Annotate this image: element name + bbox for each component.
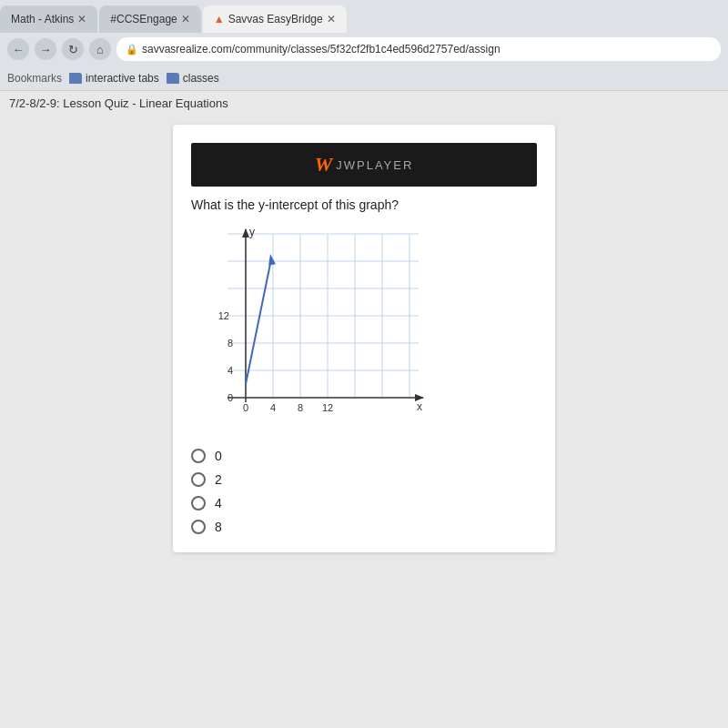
bookmark-classes-label: classes [183, 72, 219, 85]
address-bar-row: ← → ↻ ⌂ 🔒 savvasrealize.com/community/cl… [0, 33, 728, 66]
folder-icon-2 [167, 73, 179, 84]
forward-button[interactable]: → [35, 38, 56, 60]
svg-marker-28 [267, 253, 276, 265]
bookmark-classes[interactable]: classes [167, 72, 219, 85]
svg-text:4: 4 [228, 365, 233, 376]
radio-2[interactable] [191, 472, 206, 487]
svg-text:12: 12 [322, 402, 333, 413]
svg-text:0: 0 [228, 392, 233, 403]
tab-ccsengage-close[interactable]: ✕ [181, 13, 190, 25]
address-text: savvasrealize.com/community/classes/5f32… [142, 43, 500, 56]
tab-savvas-label: Savvas EasyBridge [228, 13, 323, 25]
back-button[interactable]: ← [7, 38, 29, 60]
answer-label-2: 2 [215, 472, 222, 487]
address-box[interactable]: 🔒 savvasrealize.com/community/classes/5f… [116, 37, 721, 61]
tab-ccsengage[interactable]: #CCSEngage ✕ [99, 5, 200, 33]
answer-option-8[interactable]: 8 [191, 520, 537, 534]
graph-svg: y x 0 4 8 12 0 4 8 12 [191, 225, 428, 434]
radio-4[interactable] [191, 496, 206, 511]
svg-line-27 [246, 259, 271, 384]
answer-option-0[interactable]: 0 [191, 449, 537, 463]
tab-math-close[interactable]: ✕ [77, 13, 86, 25]
radio-8[interactable] [191, 520, 206, 534]
page-title: 7/2-8/2-9: Lesson Quiz - Linear Equation… [9, 96, 228, 110]
svg-text:12: 12 [218, 310, 229, 321]
tab-math-label: Math - Atkins [11, 13, 74, 25]
bookmark-interactive-tabs[interactable]: interactive tabs [69, 72, 159, 85]
jw-logo: W [315, 153, 333, 177]
savvas-icon: ▲ [214, 13, 225, 25]
svg-text:y: y [249, 226, 255, 238]
tab-math[interactable]: Math - Atkins ✕ [0, 5, 97, 33]
svg-text:0: 0 [243, 402, 248, 413]
main-content-area: W JWPLAYER What is the y-intercept of th… [0, 116, 728, 561]
tab-savvas[interactable]: ▲ Savvas EasyBridge ✕ [203, 5, 347, 33]
page-content: 7/2-8/2-9: Lesson Quiz - Linear Equation… [0, 91, 728, 728]
bookmarks-label: Bookmarks [7, 72, 62, 85]
svg-text:8: 8 [298, 402, 303, 413]
tab-bar: Math - Atkins ✕ #CCSEngage ✕ ▲ Savvas Ea… [0, 0, 728, 33]
bookmark-interactive-tabs-label: interactive tabs [86, 72, 159, 85]
svg-text:4: 4 [270, 402, 276, 413]
browser-chrome: Math - Atkins ✕ #CCSEngage ✕ ▲ Savvas Ea… [0, 0, 728, 91]
question-text: What is the y-intercept of this graph? [191, 197, 537, 212]
svg-text:x: x [417, 400, 422, 413]
answer-choices: 0 2 4 8 [191, 449, 537, 534]
answer-option-4[interactable]: 4 [191, 496, 537, 511]
answer-label-0: 0 [215, 449, 222, 463]
jwplayer-banner: W JWPLAYER [191, 143, 537, 187]
lock-icon: 🔒 [126, 44, 138, 56]
jw-label: JWPLAYER [336, 158, 413, 172]
folder-icon-1 [69, 73, 82, 84]
home-button[interactable]: ⌂ [89, 38, 111, 60]
tab-ccsengage-label: #CCSEngage [110, 13, 177, 25]
answer-label-8: 8 [215, 520, 222, 534]
bookmarks-bar: Bookmarks interactive tabs classes [0, 66, 728, 91]
reload-button[interactable]: ↻ [62, 38, 84, 60]
quiz-card: W JWPLAYER What is the y-intercept of th… [173, 125, 555, 552]
tab-savvas-close[interactable]: ✕ [327, 13, 336, 25]
radio-0[interactable] [191, 449, 206, 463]
svg-text:8: 8 [228, 338, 233, 349]
page-title-bar: 7/2-8/2-9: Lesson Quiz - Linear Equation… [0, 91, 728, 116]
answer-label-4: 4 [215, 496, 222, 511]
svg-marker-15 [242, 228, 249, 238]
answer-option-2[interactable]: 2 [191, 472, 537, 487]
graph-container: y x 0 4 8 12 0 4 8 12 [191, 225, 428, 434]
